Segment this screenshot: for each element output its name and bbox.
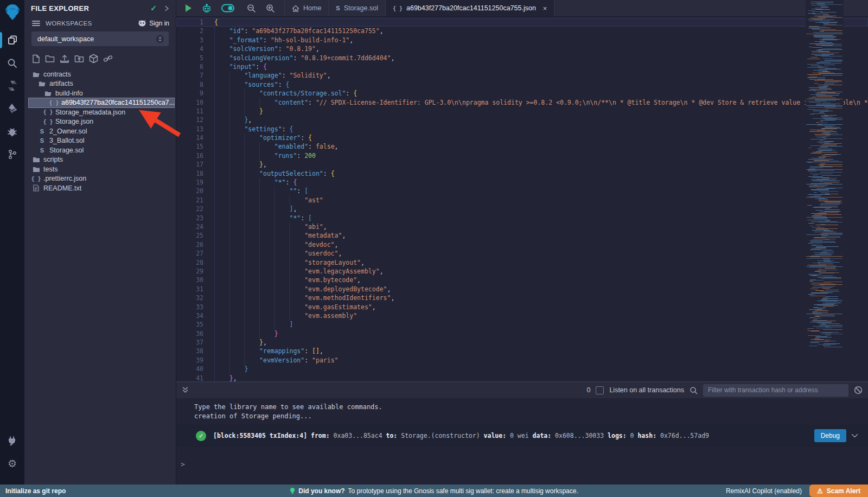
- code-line: 41},: [176, 374, 868, 381]
- line-number: 33: [176, 303, 203, 311]
- code-line: 38"remappings": [],: [176, 347, 868, 355]
- editor-tab-home[interactable]: Home: [284, 0, 329, 16]
- rail-plugin-manager-button[interactable]: [0, 429, 24, 452]
- line-number: 26: [176, 240, 203, 249]
- expand-terminal-icon[interactable]: [182, 386, 189, 394]
- code-line: 18"outputSelection": {: [176, 169, 868, 178]
- transaction-log-row[interactable]: ✓ [block:5583405 txIndex:4] from: 0xa03.…: [176, 425, 868, 447]
- tree-item[interactable]: { }.prettierrc.json: [24, 174, 176, 184]
- tx-summary: [block:5583405 txIndex:4] from: 0xa03...…: [213, 432, 814, 439]
- json-file-icon: { }: [50, 100, 58, 106]
- solidity-file-icon: S: [38, 147, 46, 154]
- rail-file-explorer-button[interactable]: [0, 29, 24, 52]
- code-editor[interactable]: 1{2"id": "a69b43f277ba20fcac141151250ca7…: [176, 17, 868, 381]
- transaction-filter-input[interactable]: [703, 384, 848, 397]
- code-line: 33"evm.gasEstimates",: [176, 303, 868, 311]
- hamburger-menu-icon[interactable]: [32, 20, 40, 27]
- status-bar: Initialize as git repo Did you know? To …: [0, 485, 868, 497]
- tree-item[interactable]: README.txt: [24, 183, 176, 193]
- tab-label: Home: [303, 4, 321, 12]
- sol-tab-icon: S: [336, 4, 340, 12]
- close-tab-icon[interactable]: ×: [543, 4, 547, 12]
- minimap[interactable]: [806, 0, 844, 366]
- code-line: 39"evmVersion": "paris": [176, 356, 868, 365]
- rail-git-button[interactable]: [0, 143, 24, 165]
- code-line: 35]: [176, 320, 868, 329]
- workspaces-label: WORKSPACES: [46, 20, 138, 27]
- line-number: 6: [176, 62, 203, 71]
- tree-item[interactable]: S2_Owner.sol: [24, 126, 176, 136]
- code-line: 10"content": "// SPDX-License-Identifier…: [176, 98, 868, 107]
- line-number: 5: [176, 54, 203, 62]
- line-number: 38: [176, 347, 203, 355]
- zoom-out-icon[interactable]: [239, 4, 261, 13]
- tree-item[interactable]: build-info: [24, 88, 176, 98]
- editor-tab-storage-sol[interactable]: SStorage.sol: [329, 0, 386, 16]
- rail-solidity-compiler-button[interactable]: [0, 74, 24, 97]
- rail-deploy-run-button[interactable]: [0, 97, 24, 120]
- folder-open-icon: [38, 80, 46, 87]
- tree-item[interactable]: contracts: [24, 69, 176, 79]
- line-number: 39: [176, 356, 203, 365]
- line-number: 31: [176, 285, 203, 294]
- tx-expand-chevron-icon[interactable]: [851, 434, 858, 438]
- code-line: 6"input": {: [176, 62, 868, 71]
- tree-item[interactable]: { }Storage.json: [24, 117, 176, 127]
- line-number: 30: [176, 276, 203, 284]
- tree-item-selected[interactable]: { }a69b43f277ba20fcac141151250ca7...: [29, 98, 174, 108]
- line-number: 22: [176, 205, 203, 213]
- sign-in-button[interactable]: Sign in: [138, 20, 169, 27]
- tree-item[interactable]: tests: [24, 164, 176, 174]
- line-number: 18: [176, 169, 203, 178]
- remix-logo-icon[interactable]: [4, 4, 21, 21]
- listen-all-transactions-checkbox[interactable]: [596, 386, 604, 394]
- tree-item-label: .prettierrc.json: [43, 175, 86, 182]
- code-line: 12},: [176, 116, 868, 124]
- code-line: 32"evm.methodIdentifiers",: [176, 294, 868, 302]
- workspace-select[interactable]: default_workspace: [31, 31, 169, 46]
- line-number: 19: [176, 178, 203, 187]
- run-script-button[interactable]: [176, 4, 197, 12]
- clear-console-icon[interactable]: [854, 386, 863, 394]
- line-number: 28: [176, 258, 203, 267]
- debug-button[interactable]: Debug: [814, 429, 846, 442]
- rail-search-button[interactable]: [0, 52, 24, 74]
- icon-rail: ⚙: [0, 0, 24, 485]
- code-line: 21"ast": [176, 196, 868, 205]
- code-line: 7"language": "Solidity",: [176, 71, 868, 80]
- upload-folder-icon[interactable]: [74, 54, 84, 63]
- tree-item[interactable]: { }Storage_metadata.json: [24, 107, 176, 117]
- line-number: 24: [176, 222, 203, 231]
- upload-file-icon[interactable]: [60, 54, 69, 63]
- code-line: 29"evm.legacyAssembly",: [176, 267, 868, 276]
- ai-copilot-robot-icon[interactable]: [197, 3, 216, 13]
- rail-debugger-button[interactable]: [0, 120, 24, 143]
- terminal-toolbar: 0 Listen on all transactions: [176, 381, 868, 398]
- terminal-prompt[interactable]: >: [181, 460, 185, 468]
- code-line: 3"_format": "hh-sol-build-info-1",: [176, 36, 868, 44]
- chevron-right-icon[interactable]: [164, 5, 169, 11]
- editor-area: HomeSStorage.sol{ }a69b43f277ba20fcac141…: [176, 0, 868, 381]
- line-number: 17: [176, 160, 203, 169]
- editor-tab-a69b43f277ba20fcac141151250ca755-json[interactable]: { }a69b43f277ba20fcac141151250ca755.json…: [386, 0, 555, 16]
- line-number: 13: [176, 125, 203, 133]
- line-number: 4: [176, 44, 203, 53]
- tree-item[interactable]: SStorage.sol: [24, 145, 176, 155]
- code-line: 36}: [176, 329, 868, 338]
- import-link-icon[interactable]: [103, 54, 113, 63]
- code-line: 40}: [176, 365, 868, 373]
- new-file-icon[interactable]: [32, 54, 40, 63]
- tree-item[interactable]: S3_Ballot.sol: [24, 136, 176, 146]
- tree-item[interactable]: artifacts: [24, 79, 176, 89]
- zoom-in-icon[interactable]: [261, 4, 280, 13]
- did-you-know-tip: Did you know? To prototype using the Gno…: [0, 487, 868, 495]
- line-number: 9: [176, 89, 203, 98]
- new-folder-icon[interactable]: [45, 54, 55, 63]
- copilot-toggle-icon[interactable]: [216, 4, 239, 12]
- line-number: 10: [176, 98, 203, 107]
- code-line: 20"": [: [176, 187, 868, 195]
- tree-item[interactable]: scripts: [24, 155, 176, 165]
- rail-settings-button[interactable]: ⚙: [0, 452, 24, 475]
- ipfs-cube-icon[interactable]: [89, 54, 98, 63]
- code-line: 1{: [176, 18, 868, 27]
